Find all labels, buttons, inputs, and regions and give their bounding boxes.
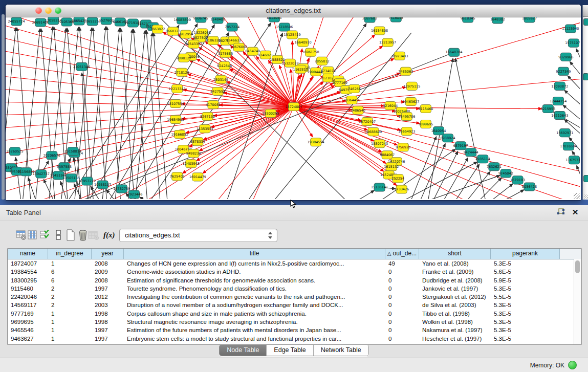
table-cell-pagerank[interactable]: 5.5E-5 [491,293,560,301]
network-node[interactable]: 12093872 [551,82,568,90]
network-node[interactable]: 9756928 [396,143,410,151]
table-cell-year[interactable]: 2009 [92,268,124,276]
network-node[interactable]: 8267130 [200,113,215,121]
table-cell-short[interactable]: Nakamura et al. (1997) [419,326,491,334]
network-node[interactable]: 9397588 [57,163,72,171]
table-cell-out_de[interactable]: 0 [385,310,419,318]
network-edge[interactable] [294,106,580,186]
tab-network-table[interactable]: Network Table [314,345,368,356]
table-row[interactable]: 2242004622012Investigating the contribut… [8,293,581,301]
table-cell-out_de[interactable]: 49 [385,259,419,268]
table-cell-name[interactable]: 18724007 [8,259,48,268]
network-edge[interactable] [570,62,580,78]
network-node[interactable]: 1648302 [490,17,505,24]
table-cell-year[interactable]: 2012 [92,293,124,301]
network-edge[interactable] [89,27,106,199]
table-cell-in_degree[interactable]: 2 [48,301,92,309]
network-node[interactable]: 19384554 [308,138,324,146]
network-node[interactable]: 11675311 [565,156,580,164]
column-header-out_de[interactable]: △out_de... [385,249,419,259]
network-node[interactable]: 16083809 [174,17,191,24]
network-edge[interactable] [568,76,580,92]
close-panel-button[interactable]: ✕ [571,207,580,217]
network-edge[interactable] [576,49,580,63]
network-node[interactable]: 6879197 [453,142,468,150]
network-node[interactable]: 9890127 [177,54,191,62]
table-cell-pagerank[interactable]: 5.6E-5 [491,268,560,276]
network-node[interactable]: 7625402 [170,172,185,181]
table-cell-name[interactable]: 19384554 [8,268,48,276]
network-node[interactable]: 9498232 [186,149,201,158]
table-cell-in_degree[interactable]: 1 [48,259,92,268]
tab-edge-table[interactable]: Edge Table [267,345,313,356]
column-header-short[interactable]: short [419,249,491,259]
table-cell-pagerank[interactable]: 5.3E-5 [491,285,560,293]
network-node[interactable]: 8938924 [441,134,455,142]
network-edge[interactable] [355,190,374,199]
new-document-icon[interactable] [65,228,76,242]
table-settings-icon[interactable] [15,228,27,242]
network-node[interactable]: 1805627 [522,17,537,23]
network-node[interactable]: 1640954 [431,127,446,135]
network-node[interactable]: 20206576 [43,151,60,160]
network-node[interactable]: 8912954 [179,30,193,38]
network-node[interactable]: 1162815 [293,65,308,73]
table-cell-in_degree[interactable]: 1 [48,335,92,343]
network-edge[interactable] [188,74,294,107]
split-view-icon[interactable] [53,228,64,242]
network-node[interactable]: 4170081 [206,100,221,108]
network-node[interactable]: 18107554 [167,99,184,107]
network-edge[interactable] [424,176,500,199]
destroy-table-icon[interactable] [88,228,99,242]
vertical-scrollbar[interactable] [574,259,581,344]
column-header-year[interactable]: year [92,249,124,259]
table-cell-name[interactable]: 9465546 [8,326,48,334]
table-row[interactable]: 946362711997Embryonic stem cells: a mode… [8,335,581,343]
network-node[interactable]: 9115460 [418,104,433,113]
table-row[interactable]: 1456911722003Disruption of a novel membe… [8,301,581,309]
network-node[interactable]: 12213957 [379,38,396,47]
network-node[interactable]: 8813054 [267,17,281,22]
network-node[interactable]: 15125419 [284,31,300,39]
network-node[interactable]: 15692971 [556,129,573,137]
table-cell-short[interactable]: Hescheler et al. (1997) [419,335,491,343]
network-node[interactable]: 2718126 [175,68,189,76]
network-edge[interactable] [454,164,480,199]
table-cell-year[interactable]: 1997 [92,335,124,343]
float-panel-button[interactable] [556,208,565,216]
network-node[interactable]: 7486540 [351,106,365,114]
network-node[interactable]: 9242848 [217,61,232,70]
table-cell-pagerank[interactable]: 5.3E-5 [491,301,560,309]
table-cell-year[interactable]: 2008 [92,259,124,268]
network-node[interactable]: 8215955 [540,104,555,113]
function-builder-icon[interactable]: f(x) [103,228,115,242]
network-node[interactable]: 7316045 [388,17,403,22]
table-cell-out_de[interactable]: 0 [385,268,419,276]
network-node[interactable]: 8427552 [210,87,225,95]
table-cell-in_degree[interactable]: 1 [48,326,92,334]
network-node[interactable]: 7485063 [398,67,413,75]
network-node[interactable]: 2803144 [213,75,228,83]
table-row[interactable]: 1830029562008Estimation of significance … [8,276,581,285]
network-node[interactable]: 7632621 [487,163,502,171]
network-node[interactable]: 19463627 [402,97,419,105]
network-node[interactable]: 16210643 [551,112,568,120]
network-canvas[interactable]: 2405572420691406120582149105368186542710… [6,17,580,199]
network-node[interactable]: 12975115 [403,82,420,90]
table-cell-name[interactable]: 9463627 [8,335,48,343]
select-rows-icon[interactable] [39,228,51,242]
table-cell-year[interactable]: 1998 [92,318,124,326]
network-node[interactable]: 16782759 [113,185,130,193]
table-cell-title[interactable]: Estimation of significance thresholds fo… [124,276,385,285]
scrollbar-thumb[interactable] [575,260,580,273]
network-edge[interactable] [189,60,294,106]
table-cell-pagerank[interactable]: 5.9E-5 [491,276,560,285]
network-edge[interactable] [6,106,294,191]
network-node[interactable]: 252254 [391,174,404,183]
network-node[interactable]: 9245042 [498,169,513,178]
network-node[interactable]: 16640910 [294,38,311,47]
delete-trash-icon[interactable] [77,228,89,242]
table-cell-in_degree[interactable]: 2 [48,285,92,293]
table-cell-pagerank[interactable]: 5.3E-5 [491,310,560,318]
table-cell-title[interactable]: Structural magnetic resonance image aver… [124,318,385,326]
